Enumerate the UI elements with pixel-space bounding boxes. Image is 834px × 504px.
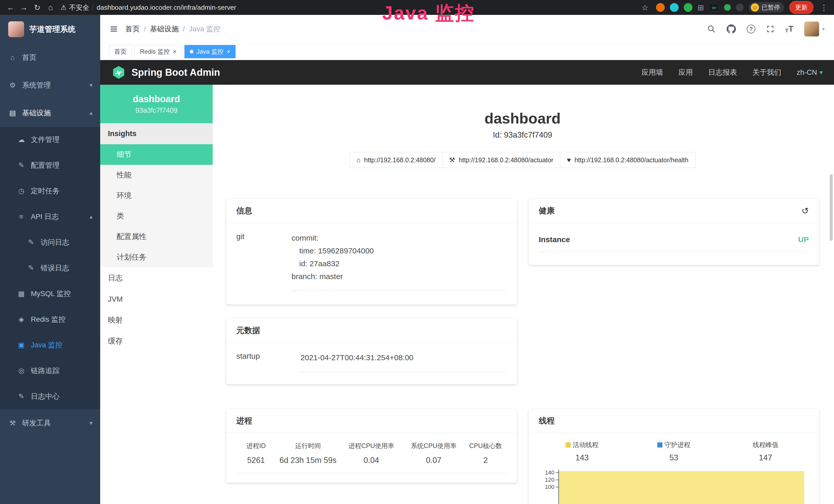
address-bar[interactable]: ⚠ 不安全 dashboard.yudao.iocoder.cn/infra/a… — [61, 3, 637, 12]
user-menu[interactable]: ▾ — [804, 22, 825, 37]
breadcrumb-infrastructure[interactable]: 基础设施 — [150, 24, 179, 34]
sidebar-item-error-logs[interactable]: ✎ 错误日志 — [0, 255, 100, 281]
legend-swatch-yellow — [566, 442, 571, 448]
clock-icon: ◷ — [17, 187, 26, 195]
sidebar-item-label: 系统管理 — [22, 81, 51, 90]
browser-reload-button[interactable]: ↻ — [31, 2, 43, 13]
subnav-item-config-props[interactable]: 配置属性 — [100, 226, 213, 247]
extension-icon-green[interactable] — [684, 3, 693, 12]
col-header-process-cpu: 进程CPU使用率 — [340, 442, 402, 450]
omnibox-divider — [93, 4, 93, 11]
browser-forward-button[interactable]: → — [18, 2, 30, 13]
tab-java-monitor[interactable]: Java 监控 × — [184, 45, 236, 58]
browser-home-button[interactable]: ⌂ — [45, 2, 57, 13]
browser-update-button[interactable]: 更新 — [789, 1, 813, 14]
tab-redis-monitor[interactable]: Redis 监控 × — [135, 45, 182, 58]
sba-nav-applications[interactable]: 应用 — [679, 68, 693, 77]
fullscreen-icon[interactable] — [766, 25, 774, 33]
security-warning[interactable]: ⚠ 不安全 — [61, 3, 89, 12]
sba-brand-name: Spring Boot Admin — [132, 67, 220, 78]
subnav-item-logs[interactable]: 日志 — [100, 268, 213, 289]
sba-nav-about[interactable]: 关于我们 — [752, 68, 781, 77]
tab-home[interactable]: 首页 — [109, 45, 132, 58]
subnav-item-classes[interactable]: 类 — [100, 206, 213, 226]
paused-badge[interactable]: ☺ 已暂停 — [749, 2, 784, 13]
scrollbar-thumb[interactable] — [830, 174, 833, 241]
sidebar-item-log-center[interactable]: ✎ 日志中心 — [0, 384, 100, 409]
browser-menu-icon[interactable]: ⋮ — [818, 3, 829, 12]
subnav-item-details[interactable]: 细节 — [100, 144, 213, 165]
caret-down-icon: ▾ — [822, 26, 825, 32]
link-actuator-url[interactable]: ⚒ http://192.168.0.2:48080/actuator — [442, 152, 561, 168]
extension-leaf-icon[interactable] — [724, 4, 731, 11]
health-key: Instance — [539, 235, 570, 244]
subnav-item-mappings[interactable]: 映射 — [100, 310, 213, 331]
breadcrumb-separator: / — [183, 25, 185, 33]
subnav-section-insights: Insights — [100, 123, 213, 144]
instance-name: dashboard — [133, 94, 180, 105]
sidebar-item-config-mgmt[interactable]: ✎ 配置管理 — [0, 153, 100, 178]
legend-value: 53 — [670, 453, 678, 462]
legend-value: 147 — [759, 453, 772, 462]
sba-brand[interactable]: Spring Boot Admin — [111, 65, 220, 79]
extension-icon-orange[interactable] — [656, 3, 665, 12]
info-card: 信息 git commit: time: 1596289704000 id: 2… — [226, 199, 517, 304]
subnav-item-environment[interactable]: 环境 — [100, 185, 213, 206]
metadata-key: startup — [236, 351, 301, 361]
sidebar-item-infrastructure[interactable]: ▤ 基础设施 ▴ — [0, 99, 100, 127]
sidebar-item-mysql-monitor[interactable]: ▦ MySQL 监控 — [0, 281, 100, 306]
close-icon[interactable]: × — [226, 48, 230, 55]
app-logo[interactable]: 芋道管理系统 — [0, 15, 100, 44]
sidebar-item-home[interactable]: ⌂ 首页 — [0, 44, 100, 71]
sidebar-item-system-mgmt[interactable]: ⚙ 系统管理 ▾ — [0, 71, 100, 99]
col-header-uptime: 运行时间 — [276, 442, 340, 450]
sba-nav-journal[interactable]: 日志报表 — [708, 68, 737, 77]
subnav-item-jvm[interactable]: JVM — [100, 289, 213, 310]
sba-nav-wallboard[interactable]: 应用墙 — [642, 68, 663, 77]
github-icon[interactable] — [727, 24, 736, 33]
extension-paw-icon[interactable] — [736, 4, 744, 11]
legend-swatch-blue — [657, 442, 662, 448]
extension-icon-teal[interactable] — [670, 3, 679, 12]
font-size-icon[interactable]: TT — [785, 24, 793, 33]
chevron-down-icon: ▾ — [90, 82, 92, 89]
page-url[interactable]: dashboard.yudao.iocoder.cn/infra/admin-s… — [96, 4, 236, 12]
sidebar-item-file-mgmt[interactable]: ☁ 文件管理 — [0, 127, 100, 153]
health-row-instance[interactable]: Instance UP — [539, 232, 809, 252]
subnav-item-performance[interactable]: 性能 — [100, 165, 213, 185]
y-tick-100: 100 — [545, 484, 554, 490]
sidebar-item-api-logs[interactable]: ≡ API 日志 ▴ — [0, 204, 100, 230]
chevron-down-icon: ▾ — [820, 69, 823, 76]
font-size-large-glyph: T — [788, 24, 793, 33]
status-badge: UP — [798, 235, 809, 244]
link-health-url[interactable]: ♥ http://192.168.0.2:48080/actuator/heal… — [560, 152, 695, 168]
subnav-item-scheduled[interactable]: 计划任务 — [100, 247, 213, 268]
subnav-item-caches[interactable]: 缓存 — [100, 331, 213, 352]
tab-bar: 首页 Redis 监控 × Java 监控 × — [100, 43, 834, 60]
sidebar-item-dev-tools[interactable]: ⚒ 研发工具 ▾ — [0, 409, 100, 437]
infrastructure-icon: ▤ — [8, 109, 17, 117]
link-service-url[interactable]: ⌂ http://192.168.0.2:48080/ — [350, 152, 443, 168]
search-icon[interactable] — [707, 25, 716, 33]
help-icon[interactable]: ? — [747, 25, 755, 33]
value-process-cpu: 0.04 — [340, 456, 402, 465]
close-icon[interactable]: × — [173, 48, 176, 55]
sidebar-item-label: 基础设施 — [22, 108, 51, 118]
sidebar-item-trace[interactable]: ◎ 链路追踪 — [0, 358, 100, 384]
sidebar-item-scheduled-tasks[interactable]: ◷ 定时任务 — [0, 178, 100, 204]
col-header-cpu-cores: CPU核心数 — [465, 442, 506, 450]
sidebar-item-access-logs[interactable]: ✎ 访问日志 — [0, 230, 100, 255]
extension-on-toggle[interactable]: on — [709, 4, 719, 11]
breadcrumb-home[interactable]: 首页 — [125, 24, 140, 34]
history-icon[interactable]: ↺ — [802, 206, 809, 216]
app-title: 芋道管理系统 — [29, 24, 75, 35]
sidebar-item-redis-monitor[interactable]: ◈ Redis 监控 — [0, 306, 100, 332]
instance-header[interactable]: dashboard 93a3fc7f7409 — [100, 85, 213, 123]
locale-selector[interactable]: zh-CN ▾ — [797, 68, 823, 76]
home-icon: ⌂ — [356, 156, 360, 164]
extension-grid-icon[interactable]: ⊞ — [698, 3, 704, 12]
sidebar-item-java-monitor[interactable]: ▣ Java 监控 — [0, 332, 100, 358]
collapse-menu-icon[interactable] — [109, 25, 118, 33]
bookmark-star-icon[interactable]: ☆ — [639, 2, 651, 13]
browser-back-button[interactable]: ← — [5, 2, 17, 13]
